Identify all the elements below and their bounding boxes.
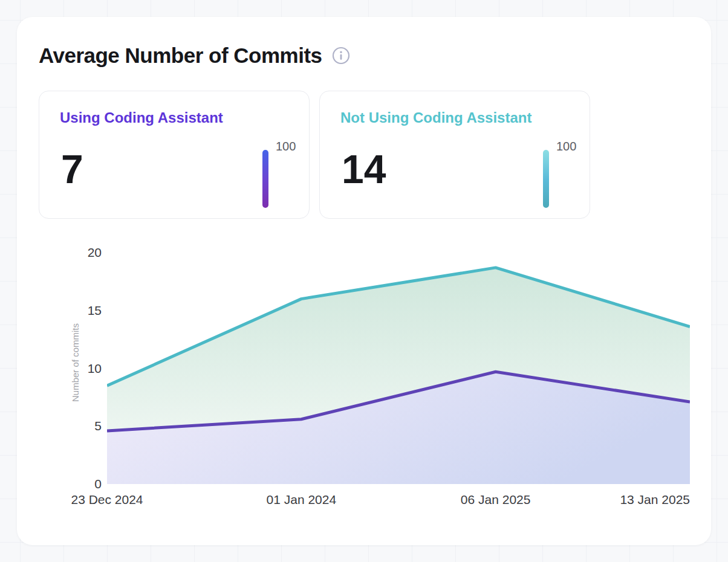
dashboard-card: Average Number of Commits Using Coding A… [17,17,711,545]
stat-card-not-using: Not Using Coding Assistant 14 100 [319,91,590,219]
y-tick-label: 15 [17,303,102,318]
stat-scale-label: 100 [276,140,296,153]
stat-scale-label: 100 [556,140,576,153]
area-chart-plot[interactable] [107,248,690,484]
stat-scale-bar [543,150,549,208]
x-axis-ticks: 23 Dec 202401 Jan 202406 Jan 202513 Jan … [17,491,711,509]
info-icon[interactable] [332,47,350,65]
stat-value: 14 [342,149,386,189]
y-tick-label: 0 [17,476,102,492]
y-tick-label: 5 [17,418,102,434]
page-background: { "header": { "title": "Average Number o… [0,0,728,562]
x-tick-label: 23 Dec 2024 [71,491,143,509]
x-tick-label: 06 Jan 2025 [461,491,531,509]
x-tick-label: 13 Jan 2025 [620,491,690,509]
y-tick-label: 10 [17,361,102,376]
stat-label: Not Using Coding Assistant [340,109,531,126]
y-axis-ticks: 05101520 [17,17,102,545]
stats-row: Using Coding Assistant 7 100 Not Using C… [39,91,590,219]
x-tick-label: 01 Jan 2024 [267,491,337,509]
y-tick-label: 20 [17,245,102,260]
stat-scale-bar [262,150,268,208]
